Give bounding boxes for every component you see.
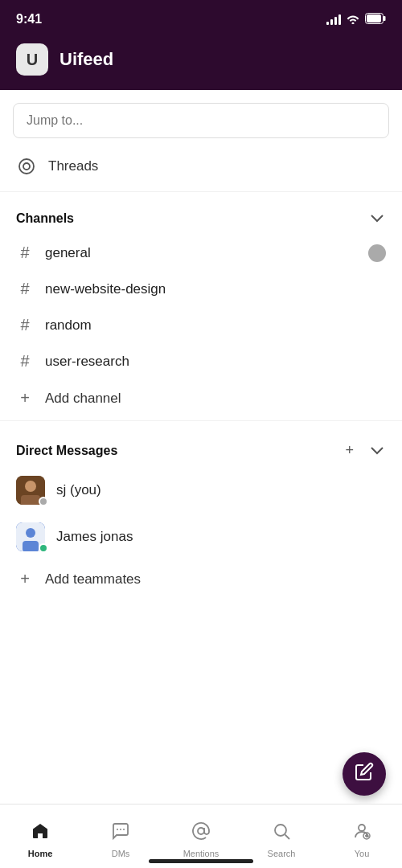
threads-divider (0, 191, 402, 192)
nav-label-dms: DMs (112, 849, 130, 858)
add-channel-icon: + (16, 389, 34, 407)
svg-point-11 (198, 828, 204, 834)
nav-item-home[interactable]: Home (0, 805, 80, 868)
status-online-indicator (39, 543, 48, 553)
channels-title: Channels (16, 211, 74, 226)
nav-item-dms[interactable]: DMs (80, 805, 161, 868)
dm-item-sj[interactable]: sj (you) (0, 467, 402, 514)
nav-label-search: Search (268, 849, 296, 858)
battery-icon (365, 13, 386, 27)
jump-to-input[interactable] (13, 103, 389, 138)
status-icons (326, 13, 386, 27)
dm-add-button[interactable]: + (343, 440, 355, 461)
wifi-icon (346, 13, 360, 27)
hash-icon: # (16, 352, 34, 371)
dm-section-header: Direct Messages + (0, 428, 402, 467)
channels-section-header: Channels (0, 195, 402, 235)
dms-icon (111, 821, 130, 845)
mentions-icon (191, 821, 211, 845)
app-header: U Uifeed (0, 35, 402, 90)
signal-icon (326, 14, 341, 25)
home-indicator (149, 859, 253, 863)
channel-name: general (45, 245, 91, 261)
threads-icon (16, 156, 37, 177)
compose-fab[interactable] (343, 752, 386, 796)
hash-icon: # (16, 316, 34, 334)
channels-dm-divider (0, 420, 402, 421)
jump-to-container (0, 90, 402, 145)
svg-line-13 (285, 834, 290, 839)
dm-avatar-james (16, 522, 45, 551)
nav-label-home: Home (28, 849, 53, 858)
channel-item-new-website-design[interactable]: # new-website-design (0, 271, 402, 307)
channel-item-user-research[interactable]: # user-research (0, 343, 402, 379)
dm-collapse-button[interactable] (368, 440, 386, 461)
compose-icon (355, 762, 374, 786)
channels-actions (368, 208, 386, 228)
app-logo: U (16, 43, 48, 76)
svg-point-9 (26, 528, 35, 538)
add-teammates-icon: + (16, 570, 34, 588)
nav-item-search[interactable]: Search (241, 805, 322, 868)
channel-name: new-website-design (45, 281, 166, 297)
add-channel-row[interactable]: + Add channel (0, 379, 402, 417)
svg-rect-7 (21, 495, 40, 505)
status-away-indicator (39, 497, 48, 506)
dm-actions: + (343, 440, 386, 461)
svg-point-4 (23, 163, 30, 170)
hash-icon: # (16, 244, 34, 262)
nav-label-mentions: Mentions (183, 849, 219, 858)
nav-label-you: You (355, 849, 370, 858)
add-teammates-row[interactable]: + Add teammates (0, 560, 402, 598)
status-bar: 9:41 (0, 0, 402, 35)
home-icon (31, 821, 50, 845)
channels-collapse-button[interactable] (368, 208, 386, 228)
svg-rect-1 (367, 14, 381, 23)
threads-row[interactable]: Threads (0, 145, 402, 188)
dm-item-james[interactable]: James jonas (0, 514, 402, 560)
channel-name: random (45, 317, 92, 334)
dm-title: Direct Messages (16, 444, 117, 458)
bottom-nav: Home DMs Mentions Search (0, 804, 402, 868)
svg-rect-2 (384, 16, 386, 21)
you-icon (352, 821, 371, 845)
svg-point-6 (25, 481, 36, 492)
channel-item-random[interactable]: # random (0, 307, 402, 343)
dm-name-sj: sj (you) (56, 482, 101, 498)
notification-dot (368, 244, 386, 262)
dm-section: Direct Messages + (0, 428, 402, 598)
app-title: Uifeed (59, 49, 113, 70)
svg-rect-10 (23, 541, 39, 551)
svg-point-14 (359, 825, 365, 831)
svg-point-3 (19, 159, 34, 174)
add-teammates-label: Add teammates (45, 571, 141, 588)
threads-label: Threads (48, 158, 98, 174)
main-content: Threads Channels # general # new-website… (0, 90, 402, 662)
svg-point-12 (275, 825, 286, 836)
channel-item-general[interactable]: # general (0, 235, 402, 271)
hash-icon: # (16, 280, 34, 298)
search-icon (272, 821, 291, 845)
status-time: 9:41 (16, 12, 42, 27)
dm-avatar-sj (16, 476, 45, 505)
nav-item-you[interactable]: You (322, 805, 402, 868)
add-channel-label: Add channel (45, 391, 121, 407)
channel-name: user-research (45, 354, 129, 370)
dm-name-james: James jonas (56, 529, 133, 545)
